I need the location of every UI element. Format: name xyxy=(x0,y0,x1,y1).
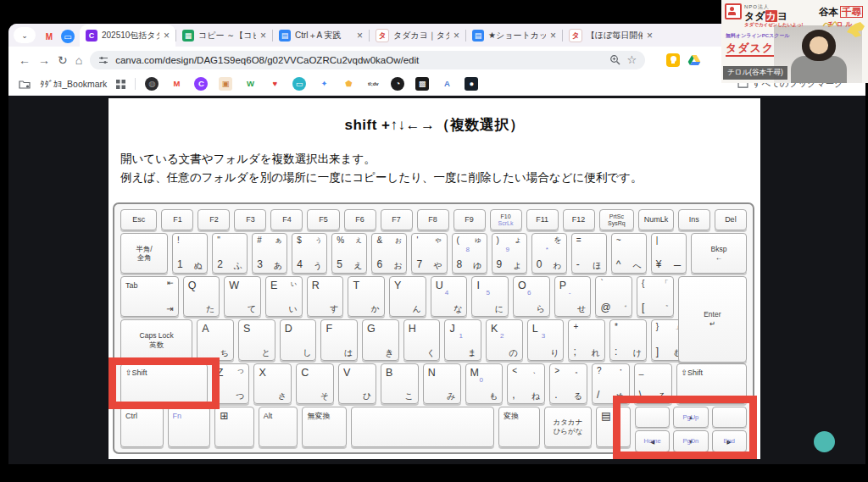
tab-docs-ctrl-a[interactable]: ▤Ctrl＋A 実践× xyxy=(273,25,369,47)
description-line-1: 開いている文書やフォルダを複数選択出来ます。 xyxy=(120,150,754,169)
key-R: Rす xyxy=(307,276,344,317)
tab-sheets[interactable]: ▦コピー ～【コピー× xyxy=(176,25,272,47)
key-E: Eぃい xyxy=(265,276,303,317)
key-^: ~^へ xyxy=(611,233,647,274)
page-title: shift +↑↓←→（複数選択） xyxy=(108,115,760,135)
key-,: <、,ね xyxy=(507,363,545,404)
school-label: 無料オンラインPCスクール xyxy=(726,32,789,40)
key-NumLk: NumLk xyxy=(638,209,674,230)
presenter-face xyxy=(810,36,828,54)
screen: { "colors":{"highlight_red":"#e8463a","t… xyxy=(0,0,868,482)
zoom-name-label: チロル(谷本千尋) xyxy=(723,66,787,80)
page-description: 開いている文書やフォルダを複数選択出来ます。 例えば、任意のフォルダを別の場所に… xyxy=(120,150,754,187)
close-tab-icon[interactable]: × xyxy=(164,30,170,42)
docs-ctrl-a-favicon: ▤ xyxy=(279,30,291,42)
yellow-home-bookmark-icon[interactable]: ⬟ xyxy=(342,77,355,91)
key-G: Gき xyxy=(362,319,399,360)
key-Q: Qた xyxy=(183,276,220,317)
bookmark-folder-icon[interactable] xyxy=(19,80,31,89)
tadakayo-logo: NPO法人 タダカヨ タダでカイゼンしたいよっ! xyxy=(725,3,803,28)
key-Y: Yん xyxy=(389,276,426,317)
reload-icon[interactable]: ↻ xyxy=(58,54,68,66)
key-:: *:け xyxy=(609,319,647,360)
key-X: Xさ xyxy=(253,363,292,404)
key-I: Iに5 xyxy=(471,276,509,317)
key-L: Lり3 xyxy=(527,319,565,360)
key-Ins: Ins xyxy=(678,209,710,230)
heart-bookmark-icon[interactable]: ♥ xyxy=(268,77,281,91)
close-tab-icon[interactable]: × xyxy=(647,30,653,42)
key-K: Kの2 xyxy=(486,319,523,360)
tab-label: ★ショートカットキ xyxy=(488,30,546,42)
pinned-tabs: M▭ xyxy=(42,30,75,43)
w-site-bookmark-icon[interactable]: W xyxy=(243,77,257,91)
bookmark-star-icon[interactable]: ☆ xyxy=(627,53,637,66)
key-2: "2ふ xyxy=(212,233,248,274)
canva-bookmark-icon[interactable]: C xyxy=(194,77,208,91)
key-8: (ゅ8ゆ8 xyxy=(452,233,487,274)
tadakayo-logo-icon xyxy=(725,3,742,19)
frame-site-bookmark-icon[interactable]: ▣ xyxy=(219,77,232,91)
gmail-bookmark-icon[interactable]: M xyxy=(170,77,183,91)
back-icon[interactable]: ← xyxy=(19,54,31,66)
key-Enter: Enter↵ xyxy=(678,276,747,362)
tab-canva-design[interactable]: C202510包括タダ× xyxy=(80,25,175,47)
gmail-pinned-tab[interactable]: M xyxy=(42,30,56,43)
tab-tadakayo-event[interactable]: タ【ほぼ毎日開催】× xyxy=(563,25,659,47)
close-tab-icon[interactable]: × xyxy=(453,30,459,42)
key-S: Sと xyxy=(238,319,275,360)
gold-squiggle-decoration xyxy=(822,20,837,29)
key-A: Aち xyxy=(197,319,234,360)
key-3: #ぁ3あ xyxy=(252,233,287,274)
meter-app-bookmark-icon[interactable]: ◔ xyxy=(391,77,404,91)
google-drive-icon[interactable] xyxy=(687,53,701,67)
google-ai-bookmark-icon[interactable]: ✦ xyxy=(317,77,331,91)
url-text[interactable]: canva.com/design/DAG1S9eq6O8/g02VVCaOZRC… xyxy=(115,55,602,65)
key-[: {「[゜ xyxy=(637,276,674,317)
home-icon[interactable]: ⌂ xyxy=(75,54,82,66)
tab-tadakayo-site[interactable]: タタダカヨ｜タダでカ× xyxy=(370,25,465,47)
close-tab-icon[interactable]: × xyxy=(357,30,363,42)
key-⊞: ⊞ xyxy=(214,407,254,447)
tab-docs-shortcut[interactable]: ▤★ショートカットキ× xyxy=(466,25,562,47)
key-F8: F8 xyxy=(417,209,449,230)
key-F7: F7 xyxy=(381,209,413,230)
key-4: $ぅ4う xyxy=(292,233,327,274)
close-tab-icon[interactable]: × xyxy=(550,30,556,42)
bookmark-folder-label[interactable]: ﾀﾀﾞｶﾖ_Bookmark xyxy=(40,79,107,89)
tab-search-button[interactable]: ⌄ xyxy=(14,27,36,43)
key-無変換: 無変換 xyxy=(302,407,347,447)
google-keep-icon[interactable] xyxy=(666,53,680,67)
profile-app-bookmark-icon[interactable]: ● xyxy=(465,77,478,91)
a-site-bookmark-icon[interactable]: A xyxy=(440,77,453,91)
key-Fn: Fn xyxy=(168,407,211,447)
close-tab-icon[interactable]: × xyxy=(260,30,266,42)
forward-icon[interactable]: → xyxy=(38,54,50,66)
zoom-pinned-tab[interactable]: ▭ xyxy=(61,30,75,43)
key-Bksp: Bksp← xyxy=(691,233,747,274)
apps-grid-icon[interactable] xyxy=(116,80,125,89)
key-C: Cそ xyxy=(296,363,334,404)
key-半角/: 半角/全角 xyxy=(120,233,168,274)
screen-site-bookmark-icon[interactable]: ▭ xyxy=(292,77,306,91)
key-T: Tか xyxy=(348,276,385,317)
key-F4: F4 xyxy=(270,209,303,230)
key-7: 'ゃ7や xyxy=(411,233,447,274)
key-N: Nみ xyxy=(423,363,461,404)
key-F10: F10ScrLk xyxy=(490,209,522,230)
address-bar[interactable]: canva.com/design/DAG1S9eq6O8/g02VVCaOZRC… xyxy=(90,51,645,69)
dark-sphere-bookmark-icon[interactable]: ◍ xyxy=(145,77,159,91)
dark-app-bookmark-icon[interactable]: ▩ xyxy=(415,77,429,91)
design-page[interactable]: shift +↑↓←→（複数選択） 開いている文書やフォルダを複数選択出来ます。… xyxy=(108,98,760,459)
key-6: &ぉ6お xyxy=(371,233,407,274)
key-¥: |¥ー xyxy=(651,233,687,274)
key-変換: 変換 xyxy=(498,407,540,447)
key-F11: F11 xyxy=(526,209,559,230)
tldv-bookmark-icon[interactable]: tl;dv xyxy=(366,77,380,91)
zoom-in-icon[interactable] xyxy=(609,54,620,65)
key-9: )ょ9よ9 xyxy=(492,233,527,274)
teal-floating-button[interactable] xyxy=(814,431,835,452)
key-5: %ぇ5え xyxy=(331,233,367,274)
site-settings-icon[interactable] xyxy=(98,55,108,65)
key-Alt: Alt xyxy=(259,407,298,447)
